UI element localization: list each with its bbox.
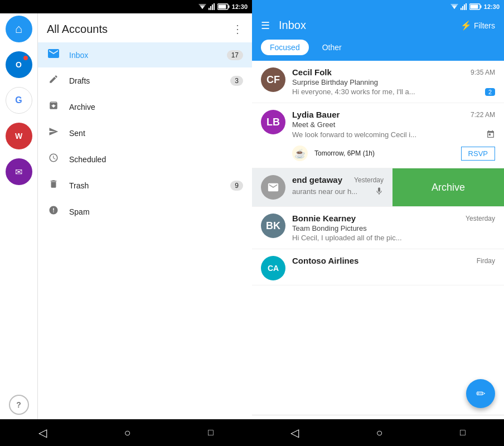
drawer-more-icon[interactable]: ⋮: [232, 22, 243, 36]
svg-rect-13: [461, 8, 462, 10]
tabs-bar: Focused Other: [252, 40, 504, 61]
email-subject-lydia: Meet & Greet: [292, 120, 495, 129]
email-sender-bonnie: Bonnie Kearney: [292, 214, 356, 223]
left-recents-button[interactable]: □: [208, 428, 214, 438]
drawer-header: All Accounts ⋮: [38, 13, 252, 42]
email-preview-lydia: We look forward to welcoming Cecil i...: [292, 130, 416, 139]
right-signal-icon: [461, 3, 467, 10]
svg-rect-6: [214, 3, 215, 10]
sent-label: Sent: [69, 129, 243, 138]
left-home-button[interactable]: ○: [124, 426, 131, 439]
archive-action-label: Archive: [432, 182, 465, 193]
email-sender-cecil: Cecil Folk: [292, 67, 332, 77]
svg-rect-19: [470, 5, 478, 9]
spam-icon: [47, 205, 60, 218]
nav-item-drafts[interactable]: Drafts 3: [38, 67, 252, 94]
nav-item-inbox[interactable]: Inbox 17: [38, 42, 252, 67]
scheduled-label: Scheduled: [69, 155, 243, 164]
email-sender-contoso: Contoso Airlines: [292, 256, 358, 265]
email-time-archive: Yesterday: [354, 176, 384, 184]
account-office[interactable]: W: [6, 123, 32, 149]
drafts-badge: 3: [230, 76, 243, 86]
drafts-label: Drafts: [69, 76, 221, 85]
account-outlook[interactable]: O: [6, 51, 32, 78]
email-preview-archive: aurants near our h...: [292, 187, 357, 196]
svg-rect-4: [210, 6, 211, 10]
scheduled-icon: [47, 153, 60, 166]
email-badge-cecil: 2: [485, 88, 495, 96]
email-item-cecil[interactable]: CF Cecil Folk 9:35 AM Surprise Birthday …: [252, 61, 504, 103]
email-item-contoso[interactable]: CA Contoso Airlines Firday: [252, 249, 504, 285]
inbox-icon: [47, 49, 60, 61]
account-mail[interactable]: ✉: [6, 158, 32, 185]
email-preview-bonnie: Hi Cecil, I uploaded all of the pic...: [292, 234, 402, 242]
svg-rect-16: [466, 3, 467, 10]
right-battery-icon: [469, 3, 482, 10]
trash-icon: [47, 179, 60, 192]
drafts-icon: [47, 74, 60, 87]
avatar-archive-item: [261, 175, 285, 200]
account-google[interactable]: G: [6, 87, 32, 114]
inbox-badge: 17: [227, 50, 243, 60]
right-home-button[interactable]: ○: [376, 426, 383, 439]
rsvp-button[interactable]: RSVP: [461, 147, 495, 161]
email-preview-cecil: Hi everyone, 4:30 works for me, I'll a..…: [292, 88, 415, 96]
notification-dot: [23, 56, 28, 60]
left-back-button[interactable]: ◁: [38, 426, 47, 439]
email-content-bonnie: Bonnie Kearney Yesterday Team Bonding Pi…: [292, 214, 495, 242]
archive-icon: [47, 100, 60, 113]
inbox-title: Inbox: [279, 19, 452, 32]
hamburger-icon[interactable]: ☰: [261, 20, 270, 32]
email-content-archive: end getaway Yesterday aurants near our h…: [292, 175, 384, 200]
account-home[interactable]: ⌂: [6, 16, 32, 42]
help-button[interactable]: ?: [9, 395, 29, 415]
left-status-bar: 12:30: [0, 0, 252, 13]
archive-overlay: Archive: [392, 168, 504, 206]
sent-icon: [47, 127, 60, 139]
email-time-lydia: 7:22 AM: [471, 111, 495, 119]
nav-item-trash[interactable]: Trash 9: [38, 172, 252, 198]
email-item-bonnie[interactable]: BK Bonnie Kearney Yesterday Team Bonding…: [252, 207, 504, 249]
tab-focused[interactable]: Focused: [261, 40, 309, 55]
right-status-bar: 12:30: [252, 0, 504, 13]
svg-rect-5: [212, 4, 213, 10]
calendar-small-icon: [486, 130, 495, 139]
email-content-contoso: Contoso Airlines Firday: [292, 256, 495, 280]
email-sender-lydia: Lydia Bauer: [292, 110, 340, 119]
nav-item-archive[interactable]: Archive: [38, 94, 252, 120]
spam-label: Spam: [69, 207, 243, 216]
svg-marker-2: [201, 7, 203, 9]
email-item-lydia[interactable]: LB Lydia Bauer 7:22 AM Meet & Greet We l…: [252, 103, 504, 168]
inbox-label: Inbox: [69, 51, 218, 60]
email-list: CF Cecil Folk 9:35 AM Surprise Birthday …: [252, 61, 504, 415]
svg-marker-12: [453, 7, 455, 9]
right-back-button[interactable]: ◁: [290, 426, 299, 439]
svg-rect-18: [480, 6, 481, 8]
nav-item-sent[interactable]: Sent: [38, 120, 252, 146]
right-recents-button[interactable]: □: [460, 428, 466, 438]
svg-rect-9: [218, 5, 226, 9]
coffee-icon: ☕: [292, 146, 308, 161]
battery-icon: [217, 3, 230, 10]
avatar-lydiabauer: LB: [261, 110, 285, 134]
email-time-contoso: Firday: [477, 257, 495, 265]
drawer-title: All Accounts: [47, 23, 108, 36]
email-subject-cecil: Surprise Birthday Planning: [292, 78, 495, 86]
nav-item-spam[interactable]: Spam: [38, 198, 252, 225]
compose-icon: ✏: [476, 387, 486, 400]
right-wifi-icon: [450, 4, 458, 9]
avatar-bonniekearney: BK: [261, 214, 285, 238]
filters-button[interactable]: ⚡ Filters: [461, 20, 495, 31]
inbox-header: ☰ Inbox ⚡ Filters: [252, 13, 504, 40]
svg-rect-3: [209, 8, 210, 10]
filters-label: Filters: [474, 21, 495, 30]
svg-rect-15: [464, 4, 465, 10]
avatar-cecilfolk: CF: [261, 67, 285, 92]
avatar-contoso: CA: [261, 256, 285, 280]
nav-item-scheduled[interactable]: Scheduled: [38, 146, 252, 172]
compose-fab[interactable]: ✏: [466, 379, 495, 408]
email-item-archive[interactable]: end getaway Yesterday aurants near our h…: [252, 168, 504, 207]
tab-other[interactable]: Other: [313, 40, 351, 55]
email-time-bonnie: Yesterday: [466, 215, 495, 222]
wifi-icon: [198, 4, 206, 9]
